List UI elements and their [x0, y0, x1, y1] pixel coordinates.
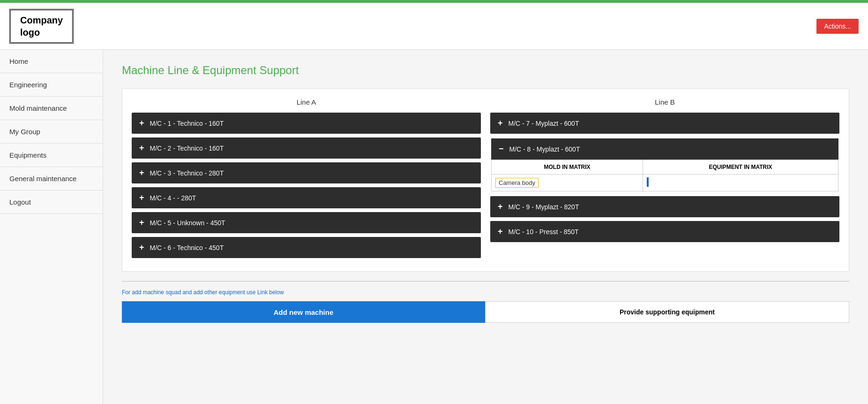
- sidebar-item-engineering[interactable]: Engineering: [0, 73, 103, 97]
- machine-label: M/C - 1 - Technico - 160T: [150, 120, 224, 127]
- lines-container: Line A +M/C - 1 - Technico - 160T+M/C - …: [122, 88, 849, 272]
- sidebar-item-mold-maintenance[interactable]: Mold maintenance: [0, 97, 103, 120]
- header: Company logo Actions...: [0, 3, 868, 50]
- expand-icon: +: [139, 243, 144, 252]
- helper-prefix: For add machine squad and add other equi…: [122, 289, 257, 296]
- machine-label: M/C - 9 - Myplazt - 820T: [509, 203, 579, 211]
- expand-icon: +: [139, 118, 144, 128]
- sidebar-item-my-group[interactable]: My Group: [0, 120, 103, 144]
- sidebar-item-logout[interactable]: Logout: [0, 191, 103, 214]
- machine-row-mc7[interactable]: +M/C - 7 - Myplazt - 600T: [490, 113, 839, 134]
- machine-row-mc10[interactable]: +M/C - 10 - Presst - 850T: [490, 221, 839, 242]
- expand-icon: +: [498, 202, 503, 212]
- expand-icon: +: [139, 143, 144, 153]
- expand-icon: +: [139, 193, 144, 203]
- machine-label: M/C - 10 - Presst - 850T: [509, 228, 579, 236]
- actions-button[interactable]: Actions...: [816, 19, 859, 34]
- sidebar-item-general-maintenance[interactable]: General maintenance: [0, 167, 103, 191]
- expand-icon: +: [139, 168, 144, 178]
- equip-bar: [647, 177, 649, 187]
- matrix-table: MOLD IN MATRIX EQUIPMENT IN MATRIX Camer…: [491, 160, 838, 191]
- collapse-icon: −: [499, 144, 504, 154]
- machine-row-mc5[interactable]: +M/C - 5 - Unknown - 450T: [132, 212, 481, 233]
- company-logo: Company logo: [9, 9, 74, 44]
- matrix-col1-header: MOLD IN MATRIX: [492, 160, 643, 175]
- machine-row-mc2[interactable]: +M/C - 2 - Technico - 160T: [132, 137, 481, 159]
- machine-label: M/C - 7 - Myplazt - 600T: [509, 120, 579, 127]
- machine-label: M/C - 3 - Technico - 280T: [150, 169, 224, 177]
- sidebar-item-equipments[interactable]: Equipments: [0, 144, 103, 167]
- machine-row-mc1[interactable]: +M/C - 1 - Technico - 160T: [132, 113, 481, 134]
- helper-link[interactable]: Link: [257, 289, 268, 296]
- machine-label: M/C - 4 - - 280T: [150, 194, 196, 202]
- line-a-title: Line A: [132, 98, 481, 106]
- machine-label: M/C - 8 - Myplazt - 600T: [509, 145, 580, 153]
- line-b-column: Line B +M/C - 7 - Myplazt - 600T−M/C - 8…: [490, 98, 839, 262]
- sidebar-item-home[interactable]: Home: [0, 50, 103, 73]
- logo-line2: logo: [20, 27, 40, 38]
- machine-label: M/C - 2 - Technico - 160T: [150, 145, 224, 152]
- mold-value[interactable]: Camera body: [495, 178, 539, 188]
- machine-expanded-mc8: −M/C - 8 - Myplazt - 600T MOLD IN MATRIX…: [490, 137, 839, 192]
- sidebar: HomeEngineeringMold maintenanceMy GroupE…: [0, 50, 103, 404]
- matrix-col2-header: EQUIPMENT IN MATRIX: [643, 160, 838, 175]
- machine-label: M/C - 5 - Unknown - 450T: [150, 219, 225, 227]
- provide-equipment-button[interactable]: Provide supporting equipment: [485, 301, 849, 323]
- expand-icon: +: [139, 218, 144, 228]
- equip-cell: [643, 175, 838, 191]
- logo-line1: Company: [20, 15, 63, 25]
- helper-suffix: below: [268, 289, 284, 296]
- machine-label: M/C - 6 - Technico - 450T: [150, 244, 224, 252]
- page-title: Machine Line & Equipment Support: [122, 64, 849, 77]
- machine-row-mc9[interactable]: +M/C - 9 - Myplazt - 820T: [490, 196, 839, 217]
- matrix-row: Camera body: [492, 175, 838, 191]
- line-a-column: Line A +M/C - 1 - Technico - 160T+M/C - …: [132, 98, 481, 262]
- machine-header-mc8[interactable]: −M/C - 8 - Myplazt - 600T: [491, 138, 838, 160]
- line-b-title: Line B: [490, 98, 839, 106]
- divider: [122, 281, 849, 282]
- machine-row-mc3[interactable]: +M/C - 3 - Technico - 280T: [132, 162, 481, 183]
- add-machine-button[interactable]: Add new machine: [122, 301, 485, 323]
- mold-cell: Camera body: [492, 175, 643, 191]
- bottom-buttons: Add new machine Provide supporting equip…: [122, 301, 849, 323]
- machine-row-mc6[interactable]: +M/C - 6 - Technico - 450T: [132, 237, 481, 258]
- line-b-machines: +M/C - 7 - Myplazt - 600T−M/C - 8 - Mypl…: [490, 113, 839, 242]
- line-a-machines: +M/C - 1 - Technico - 160T+M/C - 2 - Tec…: [132, 113, 481, 258]
- helper-text: For add machine squad and add other equi…: [122, 289, 849, 296]
- expand-icon: +: [498, 118, 503, 128]
- machine-row-mc4[interactable]: +M/C - 4 - - 280T: [132, 187, 481, 208]
- layout: HomeEngineeringMold maintenanceMy GroupE…: [0, 50, 868, 404]
- main-content: Machine Line & Equipment Support Line A …: [103, 50, 868, 404]
- expand-icon: +: [498, 227, 503, 236]
